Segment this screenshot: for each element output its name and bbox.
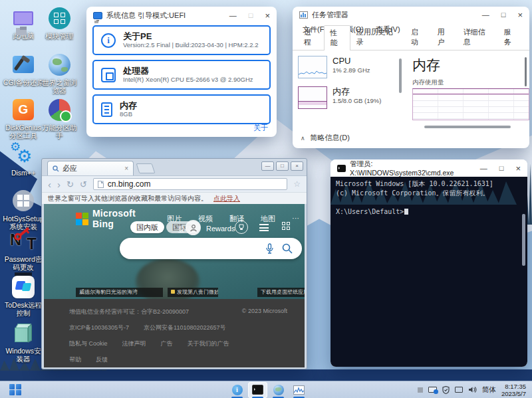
close-button[interactable]: × [291, 161, 303, 171]
forward-button[interactable]: › [57, 180, 61, 189]
maximize-button[interactable]: □ [276, 161, 289, 171]
cmd-console[interactable]: Microsoft Windows [版本 10.0.22621.1631] (… [331, 177, 527, 367]
caption-badge-icon [171, 290, 175, 294]
tab-startup[interactable]: 启动 [405, 25, 431, 50]
back-button[interactable]: ‹ [48, 180, 51, 189]
browser-window: 必应 × — □ × ‹ › ↻ ↺ cn.bing.com ☆ 世界之窗可导入… [41, 158, 307, 369]
tab-services[interactable]: 服务 [498, 25, 524, 50]
card-title: 处理器 [123, 66, 253, 76]
taskbar-item-browser[interactable] [269, 382, 288, 398]
desktop-icon-partition-assistant[interactable]: 万能分区助手 [39, 97, 80, 140]
graph-horizontal-scrollbar[interactable] [424, 126, 511, 128]
cpu-icon [101, 68, 116, 82]
right-panel-scrollbar[interactable] [525, 57, 527, 86]
tab-users[interactable]: 用户 [431, 25, 457, 50]
desktop-icon-this-pc[interactable]: 此电脑 [3, 5, 44, 40]
desktop-icon-nt-password[interactable]: NT Password密码更改 [3, 229, 44, 271]
search-submit-icon[interactable] [282, 243, 293, 254]
system-info-titlebar[interactable]: 系统信息 引导模式:UEFI — □ × [86, 7, 277, 24]
desktop-icon-cgi-backup[interactable]: CGI备份还原 [3, 52, 44, 86]
cmd-prompt[interactable]: X:\Users\Default> [336, 207, 522, 217]
domestic-version-pill[interactable]: 国内版 [130, 221, 164, 233]
image-caption-right[interactable]: 下载用桌面壁纸应用 [257, 288, 305, 297]
volume-icon[interactable] [468, 386, 477, 393]
tab-close-icon[interactable]: × [124, 165, 128, 172]
info-icon: i [232, 385, 243, 395]
taskbar-item-cmd[interactable] [248, 382, 267, 398]
ime-keyboard-icon[interactable] [428, 387, 437, 393]
icon-label: 世界之窗浏览器 [39, 78, 80, 94]
close-button[interactable]: × [265, 12, 270, 19]
desktop-icon-world-browser[interactable]: 世界之窗浏览器 [39, 52, 80, 94]
card-subtitle: Intel(R) Xeon(R) CPU E5-2666 v3 @ 2.90GH… [123, 76, 253, 84]
about-link[interactable]: 关于 [253, 123, 268, 133]
cmd-scrollbar[interactable] [522, 214, 525, 266]
minimize-button[interactable]: — [482, 11, 489, 19]
footer-link-about-ads[interactable]: 关于我们的广告 [188, 340, 229, 348]
network-icon[interactable] [455, 387, 463, 393]
maximize-button[interactable]: □ [499, 165, 504, 172]
memory-value: 1.5/8.0 GB (19%) [332, 97, 381, 104]
minimize-button[interactable]: — [229, 12, 237, 19]
tab-details[interactable]: 详细信息 [458, 25, 498, 50]
ime-language-indicator[interactable]: 简体 [482, 385, 496, 395]
footer-link-feedback[interactable]: 反馈 [96, 355, 108, 364]
desktop-icon-windows-installer[interactable]: Windows安装器 [3, 320, 44, 363]
undo-button[interactable]: ↺ [80, 180, 87, 189]
desktop-icon-dism[interactable]: ⚙⚙ Dism++ [3, 142, 44, 177]
image-caption-left[interactable]: 威德尔海豹日光浴的海湾 [76, 288, 163, 297]
minimize-button[interactable]: — [480, 165, 487, 172]
taskbar: i 简体 8:17:35 2023/5/7 [0, 381, 532, 398]
qr-code-icon[interactable] [282, 222, 290, 230]
tab-app-history[interactable]: 应用历史记录 [350, 25, 405, 50]
new-tab-button[interactable] [136, 163, 156, 173]
close-button[interactable]: × [517, 11, 523, 19]
tab-performance[interactable]: 性能 [324, 25, 350, 50]
bing-search-box[interactable] [120, 238, 302, 259]
maximize-button[interactable]: □ [501, 11, 506, 19]
task-manager-titlebar[interactable]: 任务管理器 — □ × [293, 7, 529, 23]
footer-link-help[interactable]: 帮助 [69, 355, 81, 364]
footer-link-ads[interactable]: 广告 [161, 340, 173, 348]
taskbar-item-system-info[interactable]: i [227, 382, 247, 398]
microphone-icon[interactable] [265, 243, 274, 254]
footer-link-privacy[interactable]: 隐私与 Cookie [69, 340, 108, 348]
desktop-icon-todesk[interactable]: ToDesk远程控制 [3, 274, 44, 317]
minimize-button[interactable]: — [261, 161, 274, 171]
avatar[interactable] [186, 220, 201, 235]
icon-label: 万能分区助手 [39, 124, 80, 140]
bookmark-star-icon[interactable]: ☆ [293, 179, 301, 189]
browser-tabstrip[interactable]: 必应 × — □ × [42, 159, 307, 175]
footer-link-legal[interactable]: 法律声明 [122, 340, 146, 348]
cpu-list-item[interactable]: CPU 1% 2.89 GHz [298, 56, 398, 78]
memory-panel-title: 内存 [412, 56, 529, 74]
security-shield-icon[interactable] [442, 386, 450, 394]
memory-label: 内存 [332, 86, 381, 97]
start-button[interactable] [9, 384, 21, 396]
left-panel-scrollbar[interactable] [399, 58, 402, 93]
memory-list-item[interactable]: 内存 1.5/8.0 GB (19%) [298, 86, 398, 109]
taskbar-item-task-manager[interactable] [289, 382, 309, 398]
desktop-icon-hotsyssetup[interactable]: Setup HotSysSetup系统安装 [3, 188, 44, 231]
maximize-button[interactable]: □ [249, 12, 253, 19]
card-subtitle: Version:2.5 Final | Build:2023-04-30 | H… [123, 41, 259, 49]
cpu-card: 处理器 Intel(R) Xeon(R) CPU E5-2666 v3 @ 2.… [92, 60, 271, 90]
import-link[interactable]: 点此导入 [213, 194, 240, 203]
address-bar[interactable]: cn.bing.com [93, 178, 287, 190]
desktop-icon-diskgenius[interactable]: G DiskGenius分区工具 [3, 97, 44, 140]
taskbar-clock[interactable]: 8:17:35 2023/5/7 [501, 383, 526, 397]
desktop-icon-module-manager[interactable]: 模块管理 [39, 5, 80, 40]
close-button[interactable]: × [515, 165, 521, 172]
summary-view-toggle[interactable]: ∧简略信息(D) [301, 133, 350, 143]
refresh-button[interactable]: ↻ [66, 180, 74, 189]
tab-processes[interactable]: 进程 [298, 25, 324, 50]
cmd-titlebar[interactable]: 管理员: X:\WINDOWS\system32\cmd.exe — □ × [331, 159, 527, 177]
rewards-trophy-icon[interactable] [235, 221, 248, 234]
hamburger-menu-icon[interactable] [259, 224, 269, 233]
browser-tab-bing[interactable]: 必应 × [47, 161, 134, 175]
footer-psb[interactable]: 京公网安备11010802022657号 [144, 324, 225, 332]
rewards-link[interactable]: Rewards [206, 225, 235, 233]
image-caption-middle[interactable]: 发现第八贵门微妙 [168, 288, 218, 297]
footer-icp[interactable]: 京ICP备10036305号-7 [69, 324, 129, 332]
hidden-icons-button[interactable] [418, 387, 423, 393]
